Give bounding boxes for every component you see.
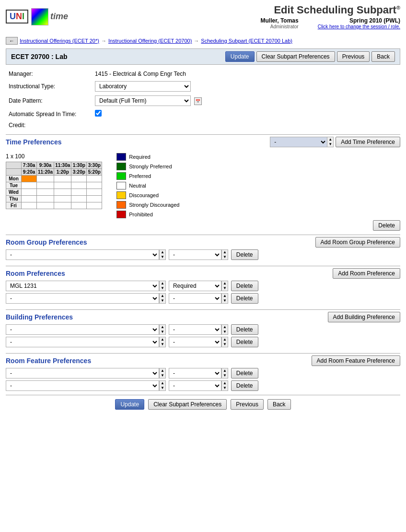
- rp1-spinner1[interactable]: ▲ ▼: [159, 281, 166, 291]
- rfp1-spinner1-up[interactable]: ▲: [160, 368, 165, 373]
- rfp2-spinner1-down[interactable]: ▼: [160, 386, 165, 390]
- add-room-group-button[interactable]: Add Room Group Preference: [315, 237, 400, 248]
- row-mon[interactable]: Mon: [6, 176, 22, 182]
- add-building-pref-button[interactable]: Add Building Preference: [328, 312, 400, 322]
- row-tue[interactable]: Tue: [6, 182, 22, 189]
- cell-thu-1130[interactable]: [54, 196, 71, 202]
- time-pref-delete-button[interactable]: Delete: [373, 220, 400, 231]
- bp-select1-row2[interactable]: -: [6, 337, 159, 347]
- bp2-spinner1-up[interactable]: ▲: [160, 337, 165, 342]
- rp2-spinner2-up[interactable]: ▲: [222, 294, 228, 298]
- rfp1-spinner2[interactable]: ▲ ▼: [221, 368, 228, 378]
- cell-mon-1130[interactable]: [54, 176, 71, 182]
- bp-select2-wrapper-2[interactable]: - ▲ ▼: [169, 337, 228, 347]
- cell-mon-330[interactable]: [87, 176, 102, 182]
- bp2-spinner2-up[interactable]: ▲: [222, 337, 228, 342]
- bp1-spinner1[interactable]: ▲ ▼: [159, 324, 166, 335]
- rfp1-spinner2-up[interactable]: ▲: [222, 368, 228, 373]
- rfp-select1-row2[interactable]: -: [6, 380, 159, 391]
- time-pref-spinner[interactable]: ▲ ▼: [327, 137, 334, 147]
- cell-mon-730[interactable]: [22, 176, 37, 182]
- rfp2-spinner1[interactable]: ▲ ▼: [159, 380, 166, 391]
- bp-select1-row1[interactable]: -: [6, 324, 159, 335]
- rfp2-spinner1-up[interactable]: ▲: [160, 381, 165, 386]
- bottom-clear-button[interactable]: Clear Subpart Preferences: [148, 399, 227, 410]
- rp1-spinner2-down[interactable]: ▼: [222, 286, 228, 291]
- rg-spinner1[interactable]: ▲ ▼: [159, 249, 166, 260]
- rfp1-spinner1[interactable]: ▲ ▼: [159, 368, 166, 378]
- room-pref-select1-row1[interactable]: MGL 1231: [6, 281, 159, 291]
- cell-thu-130[interactable]: [71, 196, 87, 202]
- breadcrumb-back-button[interactable]: ←: [6, 37, 18, 45]
- top-back-button[interactable]: Back: [371, 51, 395, 62]
- session-change-link[interactable]: Click here to change the session / role.: [318, 24, 400, 29]
- bp1-spinner2-down[interactable]: ▼: [222, 330, 228, 334]
- rg-spinner1-down[interactable]: ▼: [160, 255, 165, 260]
- bp1-spinner2-up[interactable]: ▲: [222, 325, 228, 330]
- bp-select2-row1[interactable]: -: [169, 324, 221, 335]
- room-pref-select2-wrapper-2[interactable]: - ▲ ▼: [169, 293, 228, 304]
- row-fri[interactable]: Fri: [6, 202, 22, 209]
- rp1-spinner2[interactable]: ▲ ▼: [221, 281, 228, 291]
- rfp-select2-row1[interactable]: -: [169, 368, 221, 378]
- room-pref-select1-row2[interactable]: -: [6, 293, 159, 304]
- room-pref-select1-wrapper[interactable]: MGL 1231 ▲ ▼: [6, 281, 166, 291]
- rfp2-spinner2[interactable]: ▲ ▼: [221, 380, 228, 391]
- rp2-spinner1-down[interactable]: ▼: [160, 298, 165, 303]
- rfp2-spinner2-up[interactable]: ▲: [222, 381, 228, 386]
- rg-spinner2-up[interactable]: ▲: [222, 250, 228, 255]
- cell-wed-730[interactable]: [22, 189, 37, 196]
- room-pref-select2-row1[interactable]: Required: [169, 281, 221, 291]
- cell-fri-330[interactable]: [87, 202, 102, 209]
- row-wed[interactable]: Wed: [6, 189, 22, 196]
- auto-spread-field[interactable]: [92, 108, 400, 120]
- cell-wed-1130[interactable]: [54, 189, 71, 196]
- cell-fri-130[interactable]: [71, 202, 87, 209]
- bottom-previous-button[interactable]: Previous: [231, 399, 264, 410]
- cell-fri-1130[interactable]: [54, 202, 71, 209]
- room-pref-select1-wrapper-2[interactable]: - ▲ ▼: [6, 293, 166, 304]
- rfp-select2-row2[interactable]: -: [169, 380, 221, 391]
- bp2-spinner2-down[interactable]: ▼: [222, 342, 228, 347]
- rp2-spinner1[interactable]: ▲ ▼: [159, 293, 166, 304]
- building-pref-delete-button-1[interactable]: Delete: [231, 324, 258, 335]
- room-feature-pref-delete-button-1[interactable]: Delete: [231, 368, 258, 378]
- cell-mon-930[interactable]: [37, 176, 54, 182]
- row-thu[interactable]: Thu: [6, 196, 22, 202]
- rp2-spinner2[interactable]: ▲ ▼: [221, 293, 228, 304]
- cell-mon-130[interactable]: [71, 176, 87, 182]
- rg-spinner1-up[interactable]: ▲: [160, 250, 165, 255]
- rfp-select2-wrapper-2[interactable]: - ▲ ▼: [169, 380, 228, 391]
- instructional-type-select[interactable]: Laboratory: [95, 81, 191, 92]
- top-update-button[interactable]: Update: [225, 51, 255, 62]
- rp1-spinner2-up[interactable]: ▲: [222, 281, 228, 286]
- room-group-select1-wrapper[interactable]: - ▲ ▼: [6, 249, 166, 260]
- room-pref-select2-wrapper-1[interactable]: Required ▲ ▼: [169, 281, 228, 291]
- bp1-spinner2[interactable]: ▲ ▼: [221, 324, 228, 335]
- top-previous-button[interactable]: Previous: [337, 51, 370, 62]
- room-group-select1[interactable]: -: [6, 249, 159, 260]
- add-room-feature-pref-button[interactable]: Add Room Feature Preference: [312, 355, 400, 366]
- room-group-select2-wrapper[interactable]: - ▲ ▼: [169, 249, 228, 260]
- rfp1-spinner2-down[interactable]: ▼: [222, 373, 228, 378]
- bp-select2-row2[interactable]: -: [169, 337, 221, 347]
- bp-select1-wrapper-1[interactable]: - ▲ ▼: [6, 324, 166, 335]
- room-pref-select2-row2[interactable]: -: [169, 293, 221, 304]
- breadcrumb-link-1[interactable]: Instructional Offerings (ECET 20*): [20, 38, 99, 44]
- rp1-spinner1-down[interactable]: ▼: [160, 286, 165, 291]
- bp2-spinner1-down[interactable]: ▼: [160, 342, 165, 347]
- instructional-type-field[interactable]: Laboratory: [92, 79, 400, 94]
- rfp1-spinner1-down[interactable]: ▼: [160, 373, 165, 378]
- cell-fri-730[interactable]: [22, 202, 37, 209]
- rfp-select1-wrapper-2[interactable]: - ▲ ▼: [6, 380, 166, 391]
- room-feature-pref-delete-button-2[interactable]: Delete: [231, 380, 258, 391]
- bottom-update-button[interactable]: Update: [115, 399, 144, 410]
- cell-wed-130[interactable]: [71, 189, 87, 196]
- date-pattern-select[interactable]: Default (Full Term): [95, 95, 191, 106]
- rp2-spinner1-up[interactable]: ▲: [160, 294, 165, 298]
- cell-wed-930[interactable]: [37, 189, 54, 196]
- cell-wed-330[interactable]: [87, 189, 102, 196]
- cell-tue-1130[interactable]: [54, 182, 71, 189]
- bp1-spinner1-down[interactable]: ▼: [160, 330, 165, 334]
- auto-spread-checkbox[interactable]: [95, 110, 102, 117]
